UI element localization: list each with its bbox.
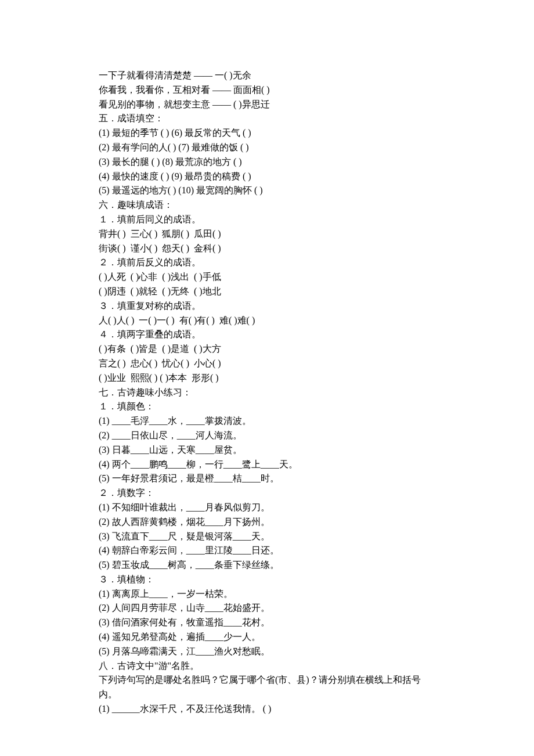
text-line: (4) 两个____鹏鸣____柳，一行____鹭上____天。 [99,458,435,472]
subheading: ２．填数字： [99,486,435,501]
text-line: ( )阴违 ( )就轻 ( )无终 ( )地北 [99,285,435,299]
section-heading: 六．趣味填成语： [99,198,435,213]
text-line: ( )有条 ( )皆是 ( )是道 ( )大方 [99,342,435,357]
text-line: ( )业业 熙熙( ) ( )本本 形形( ) [99,371,435,386]
text-line: (1) 离离原上____，一岁一枯荣。 [99,587,435,602]
text-line: (4) 最快的速度 ( ) (9) 最昂贵的稿费 ( ) [99,170,435,184]
text-line: (4) 遥知兄弟登高处，遍插____少一人。 [99,630,435,645]
text-line: 街谈( ) 谨小( ) 怨天( ) 金科( ) [99,242,435,256]
text-line: (3) 日暮____山远，天寒____屋贫。 [99,443,435,458]
text-line: 人( )人( ) 一( )一( ) 有( )有( ) 难( )难( ) [99,314,435,328]
text-line: (5) 月落乌啼霜满天，江____渔火对愁眠。 [99,645,435,659]
text-line: (1) 最短的季节 ( ) (6) 最反常的天气 ( ) [99,126,435,141]
text-line: (2) ____日依山尽，____河人海流。 [99,429,435,443]
text-line: (5) 最遥远的地方( ) (10) 最宽阔的胸怀 ( ) [99,183,435,198]
text-line: (5) 碧玉妆成____树高，____条垂下绿丝绦。 [99,558,435,573]
text-line: (3) 最长的腿 ( ) (8) 最荒凉的地方 ( ) [99,155,435,170]
text-line: (1) ______水深千尺，不及汪伦送我情。 ( ) [99,702,435,717]
text-line: (3) 借问酒家何处有，牧童遥指____花村。 [99,615,435,630]
document-page: 一下子就看得清清楚楚 —— 一( )无余 你看我，我看你，互相对看 —— 面面相… [0,0,534,756]
subheading: １．填前后同义的成语。 [99,213,435,227]
section-heading: 八．古诗文中"游"名胜。 [99,659,435,674]
text-line: (3) 飞流直下____尺，疑是银河落____天。 [99,530,435,544]
text-line: 你看我，我看你，互相对看 —— 面面相( ) [99,83,435,98]
text-line: (2) 故人西辞黄鹤楼，烟花____月下扬州。 [99,515,435,530]
text-line: (1) 不知细叶谁裁出，____月春风似剪刀。 [99,501,435,515]
text-line: 一下子就看得清清楚楚 —— 一( )无余 [99,69,435,83]
text-line: (2) 人间四月劳菲尽，山寺____花始盛开。 [99,601,435,615]
section-heading: 七．古诗趣味小练习： [99,386,435,400]
subheading: ２．填前后反义的成语。 [99,255,435,270]
text-line: 下列诗句写的是哪处名胜吗？它属于哪个省(市、县)？请分别填在横线上和括号内。 [99,673,435,702]
text-line: (1) ____毛浮____水，____掌拨清波。 [99,414,435,429]
text-line: ( )人死 ( )心非 ( )浅出 ( )手低 [99,270,435,285]
subheading: ３．填植物： [99,573,435,587]
text-line: 看见别的事物，就想变主意 —— ( )异思迁 [99,98,435,112]
section-heading: 五．成语填空： [99,111,435,126]
text-line: 言之( ) 忠心( ) 忧心( ) 小心( ) [99,357,435,371]
subheading: ４．填两字重叠的成语。 [99,327,435,342]
text-line: 背井( ) 三心( ) 狐朋( ) 瓜田( ) [99,227,435,242]
text-line: (4) 朝辞白帝彩云间，____里江陵____日还。 [99,543,435,558]
subheading: １．填颜色： [99,399,435,414]
text-line: (5) 一年好景君须记，最是橙____桔____时。 [99,471,435,486]
subheading: ３．填重复对称的成语。 [99,299,435,314]
text-line: (2) 最有学问的人( ) (7) 最难做的饭 ( ) [99,141,435,155]
